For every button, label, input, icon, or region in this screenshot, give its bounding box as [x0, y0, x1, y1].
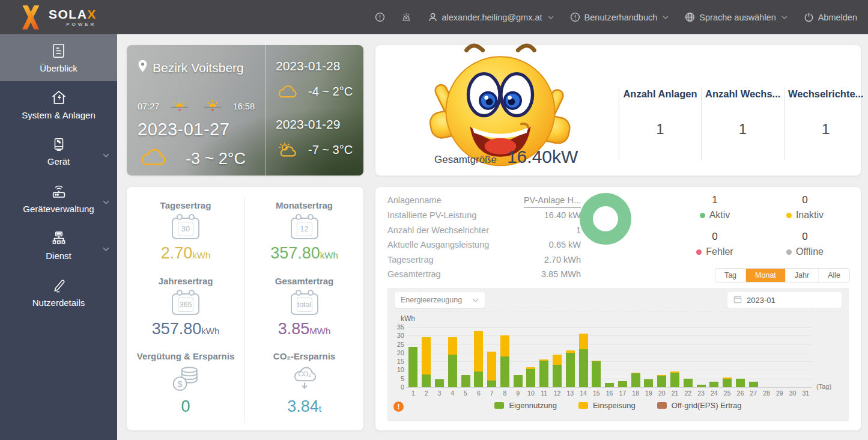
topbar-item-abmelden[interactable]: Abmelden [804, 12, 857, 22]
topbar-item[interactable] [401, 12, 411, 22]
coins-icon: $ [171, 365, 200, 393]
stat-tile-1: Tagesertrag302.70kWh [127, 197, 245, 272]
bar-day-11 [538, 327, 551, 387]
legend-item-eigennutzung[interactable]: Eigennutzung [494, 401, 557, 410]
today-date: 2023-01-27 [138, 120, 257, 139]
bar-day-31 [799, 327, 812, 387]
bar-day-27 [747, 327, 760, 387]
bar-day-25 [721, 327, 734, 387]
brand-sub: POWER [49, 22, 96, 27]
x-tick: 5 [459, 390, 472, 397]
stat-tile-5: Vergütung & Ersparnis$0 [127, 347, 245, 423]
plant-name-link[interactable]: PV-Anlage H... [524, 193, 581, 208]
weather-location: Bezirk Voitsberg [153, 61, 244, 75]
bar-segment-eigennutzung [448, 355, 457, 387]
tab-tag[interactable]: Tag [715, 269, 746, 282]
bar-segment-eigennutzung [408, 347, 417, 387]
bar-segment-eigennutzung [435, 379, 444, 387]
x-tick: 24 [708, 390, 721, 397]
topbar-item-label: Benutzerhandbuch [584, 13, 658, 22]
topbar-item-alexander[interactable]: alexander.heiling@gmx.at [428, 12, 554, 22]
plant-info-list: AnlagennamePV-Anlage H...Installierte PV… [387, 193, 581, 281]
topbar: SOLAX POWER alexander.heiling@gmx.atBenu… [0, 0, 868, 34]
bar-segment-eigennutzung [697, 385, 706, 387]
guide-icon [570, 12, 580, 22]
bar-day-4 [446, 327, 459, 387]
sidebar-item-label: Gerät [47, 156, 70, 167]
x-tick: 27 [747, 390, 760, 397]
x-tick: 14 [577, 390, 590, 397]
stat-value: 357.80kWh [127, 320, 244, 338]
legend-item-off-grid-eps-ertrag[interactable]: Off-grid(EPS) Ertrag [657, 401, 742, 410]
bar-day-26 [734, 327, 747, 387]
bar-day-16 [603, 327, 616, 387]
bar-day-19 [642, 327, 655, 387]
sidebar-item-label: Dienst [46, 251, 71, 261]
x-axis-labels: 1234567891011121314151617181920212223242… [407, 390, 812, 397]
plot-area [407, 327, 812, 387]
bar-segment-einspeisung [474, 331, 483, 371]
sidebar-item-label: Nutzerdetails [32, 298, 85, 308]
metric-select[interactable]: Energieerzeugung [395, 292, 485, 308]
status-label-row: Inaktiv [760, 210, 850, 221]
x-tick: 3 [433, 390, 446, 397]
x-tick: 12 [551, 390, 564, 397]
weather-forecast: 2023-01-28-4 ~ 2°C2023-01-29-7 ~ 3°C [266, 45, 363, 176]
tab-alle[interactable]: Alle [819, 269, 849, 282]
sidebar-item-ger-teverwaltung[interactable]: Geräteverwaltung [0, 175, 117, 222]
stat-tile-2: Monatsertrag12357.80kWh [245, 197, 363, 272]
bar-segment-eigennutzung [474, 371, 483, 387]
forecast-temp: -7 ~ 3°C [308, 143, 353, 157]
sunrise-time: 07:27 [138, 102, 159, 111]
calendar-icon [733, 295, 742, 305]
bar-segment-eigennutzung [605, 383, 614, 387]
x-tick: 16 [603, 390, 616, 397]
bar-segment-einspeisung [422, 337, 431, 374]
x-tick: 17 [616, 390, 630, 397]
svg-text:$: $ [178, 379, 183, 389]
bar-segment-eigennutzung [644, 379, 653, 387]
bar-day-24 [708, 327, 721, 387]
topbar-item-benutzerhandbuch[interactable]: Benutzerhandbuch [570, 12, 669, 22]
x-tick: 13 [563, 390, 577, 397]
plant-info-row: Anzahl der Wechselrichter1 [387, 223, 581, 237]
topbar-item-sprache[interactable]: Sprache auswählen [685, 12, 787, 22]
edit-icon [50, 277, 67, 293]
sidebar: ÜberblickSystem & AnlagenGerätGeräteverw… [0, 34, 117, 440]
bar-chart: kWh 05101520253035 123456789101112131415… [387, 311, 849, 421]
topbar-item[interactable] [375, 12, 385, 22]
bar-day-7 [485, 327, 499, 387]
bar-segment-einspeisung [500, 335, 509, 356]
partly-sunny-icon [276, 141, 300, 158]
sidebar-item-ger-t[interactable]: Gerät [0, 128, 117, 175]
stat-tile-6: CO₂-ErsparnisCO₂3.84t [245, 347, 363, 423]
summary-column-label: Anzahl Wechs... [702, 88, 784, 100]
tab-monat[interactable]: Monat [746, 269, 786, 282]
status-label-row: Fehler [670, 246, 760, 257]
calendar-icon: 30 [172, 218, 199, 239]
plant-info-value: 0.65 kW [549, 237, 581, 252]
topbar-item-label: Abmelden [818, 13, 857, 22]
overview-icon [50, 43, 67, 59]
legend-label: Eigennutzung [509, 401, 557, 410]
sidebar-item-system-anlagen[interactable]: System & Anlagen [0, 81, 117, 128]
svg-text:CO₂: CO₂ [298, 371, 311, 378]
status-fehler: 0Fehler [670, 231, 760, 257]
plant-info-label: Anlagenname [387, 193, 442, 208]
date-picker[interactable]: 2023-01 [727, 292, 842, 308]
sidebar-item-nutzerdetails[interactable]: Nutzerdetails [0, 269, 117, 316]
x-tick: 23 [694, 390, 708, 397]
co2-icon: CO₂ [290, 365, 320, 393]
status-dot [786, 249, 792, 255]
sidebar-item-dienst[interactable]: Dienst [0, 222, 117, 269]
status-value: 1 [670, 194, 760, 206]
stat-tile-3: Jahresertrag365357.80kWh [127, 272, 245, 348]
status-value: 0 [760, 194, 850, 206]
bar-segment-eigennutzung [723, 379, 732, 387]
x-tick: 10 [524, 390, 538, 397]
tab-jahr[interactable]: Jahr [786, 269, 819, 282]
legend-item-einspeisung[interactable]: Einspeisung [578, 401, 636, 410]
plant-icon [50, 89, 67, 106]
cloudy-icon [276, 83, 300, 100]
sidebar-item-überblick[interactable]: Überblick [0, 34, 117, 81]
